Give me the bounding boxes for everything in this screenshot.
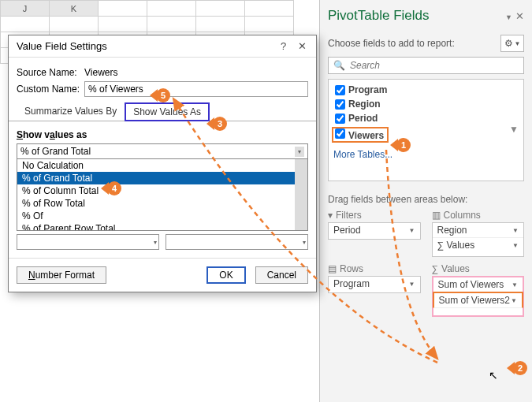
filter-area-icon: ▾ bbox=[328, 210, 333, 221]
col-header-k: K bbox=[50, 1, 99, 17]
number-format-button[interactable]: Number Format bbox=[17, 266, 106, 284]
field-region[interactable]: Region bbox=[332, 97, 520, 111]
cancel-button[interactable]: Cancel bbox=[255, 266, 308, 284]
base-field-dropdown[interactable]: ▾ bbox=[17, 234, 159, 250]
show-values-as-listbox[interactable]: No Calculation % of Grand Total % of Col… bbox=[17, 158, 308, 231]
gear-icon: ⚙ bbox=[504, 38, 513, 49]
dialog-title: Value Field Settings bbox=[17, 40, 107, 52]
sigma-icon: ∑ bbox=[432, 263, 439, 274]
col-header-j: J bbox=[1, 1, 50, 17]
values-area-header: ∑Values bbox=[432, 263, 525, 276]
listbox-scrollbar[interactable] bbox=[295, 159, 307, 230]
opt-pct-of[interactable]: % Of bbox=[17, 210, 307, 222]
search-icon: 🔍 bbox=[333, 60, 345, 71]
opt-column-total[interactable]: % of Column Total bbox=[17, 184, 307, 197]
checkbox-period[interactable] bbox=[335, 114, 345, 124]
fields-list: Program Region Period Viewers More Table… bbox=[328, 79, 524, 181]
checkbox-viewers[interactable] bbox=[335, 128, 345, 139]
ok-button[interactable]: OK bbox=[206, 266, 245, 284]
more-tables-link[interactable]: More Tables... bbox=[333, 149, 519, 160]
column-item-values[interactable]: ∑ Values▼ bbox=[433, 238, 524, 252]
panel-menu-caret-icon[interactable]: ▼ bbox=[505, 13, 512, 21]
layout-options-button[interactable]: ⚙▼ bbox=[500, 35, 524, 52]
callout-3: 3 bbox=[206, 117, 227, 131]
column-item-region[interactable]: Region▼ bbox=[433, 223, 524, 238]
dialog-titlebar[interactable]: Value Field Settings ? ✕ bbox=[9, 35, 316, 58]
field-period[interactable]: Period bbox=[332, 111, 520, 125]
columns-area-icon: ▥ bbox=[432, 210, 441, 221]
pivot-fields-panel: PivotTable Fields ▼✕ Choose fields to ad… bbox=[319, 0, 532, 402]
opt-grand-total[interactable]: % of Grand Total bbox=[17, 172, 307, 184]
select-value: % of Grand Total bbox=[20, 146, 91, 157]
custom-name-input[interactable] bbox=[84, 81, 308, 97]
chevron-down-icon: ▾ bbox=[295, 147, 304, 157]
callout-4: 4 bbox=[101, 181, 121, 195]
columns-area[interactable]: Region▼ ∑ Values▼ bbox=[432, 222, 525, 257]
filters-area[interactable]: Period▼ bbox=[328, 222, 421, 240]
opt-parent-row[interactable]: % of Parent Row Total bbox=[17, 222, 307, 231]
filter-item-period[interactable]: Period▼ bbox=[329, 223, 420, 237]
search-input-wrap[interactable]: 🔍 bbox=[328, 57, 524, 74]
source-name-value: Viewers bbox=[84, 67, 117, 78]
filters-area-header: ▾Filters bbox=[328, 210, 421, 222]
mouse-cursor-icon: ↖ bbox=[489, 369, 498, 382]
callout-5: 5 bbox=[150, 88, 170, 102]
show-values-as-label: Show values as bbox=[17, 129, 308, 140]
search-input[interactable] bbox=[348, 59, 519, 72]
field-program[interactable]: Program bbox=[332, 83, 520, 97]
tab-summarize-by[interactable]: Summarize Values By bbox=[17, 102, 125, 121]
dialog-close-icon[interactable]: ✕ bbox=[294, 40, 310, 52]
rows-area[interactable]: Program▼ bbox=[328, 276, 421, 293]
rows-area-icon: ▤ bbox=[328, 263, 337, 274]
field-viewers[interactable]: Viewers bbox=[332, 125, 520, 144]
field-label: Viewers bbox=[348, 130, 384, 141]
callout-2: 2 bbox=[507, 361, 527, 375]
base-item-dropdown[interactable]: ▾ bbox=[166, 234, 308, 250]
show-values-as-select[interactable]: % of Grand Total ▾ bbox=[17, 143, 308, 159]
opt-no-calculation[interactable]: No Calculation bbox=[17, 159, 307, 172]
panel-title: PivotTable Fields bbox=[328, 8, 430, 24]
values-area[interactable]: Sum of Viewers▼ Sum of Viewers2▼ bbox=[432, 276, 525, 317]
field-label: Program bbox=[348, 84, 387, 95]
row-item-program[interactable]: Program▼ bbox=[329, 277, 420, 291]
custom-name-label: Custom Name: bbox=[17, 84, 84, 95]
rows-area-header: ▤Rows bbox=[328, 263, 421, 276]
checkbox-program[interactable] bbox=[335, 85, 345, 95]
filter-icon[interactable]: ▼ bbox=[509, 124, 519, 135]
callout-1: 1 bbox=[390, 138, 411, 152]
value-item-sum-viewers[interactable]: Sum of Viewers▼ bbox=[433, 277, 523, 292]
close-icon[interactable]: ✕ bbox=[515, 10, 524, 22]
value-field-settings-dialog: Value Field Settings ? ✕ Source Name: Vi… bbox=[8, 35, 317, 292]
drag-areas-label: Drag fields between areas below: bbox=[328, 194, 524, 205]
tab-show-values-as[interactable]: Show Values As bbox=[125, 102, 210, 121]
field-label: Region bbox=[348, 99, 381, 110]
value-item-sum-viewers2[interactable]: Sum of Viewers2▼ bbox=[433, 292, 524, 308]
help-icon[interactable]: ? bbox=[276, 40, 292, 52]
source-name-label: Source Name: bbox=[17, 67, 84, 78]
field-label: Period bbox=[348, 113, 378, 124]
columns-area-header: ▥Columns bbox=[432, 210, 525, 222]
choose-fields-label: Choose fields to add to report: bbox=[328, 38, 455, 49]
checkbox-region[interactable] bbox=[335, 99, 345, 110]
opt-row-total[interactable]: % of Row Total bbox=[17, 197, 307, 210]
